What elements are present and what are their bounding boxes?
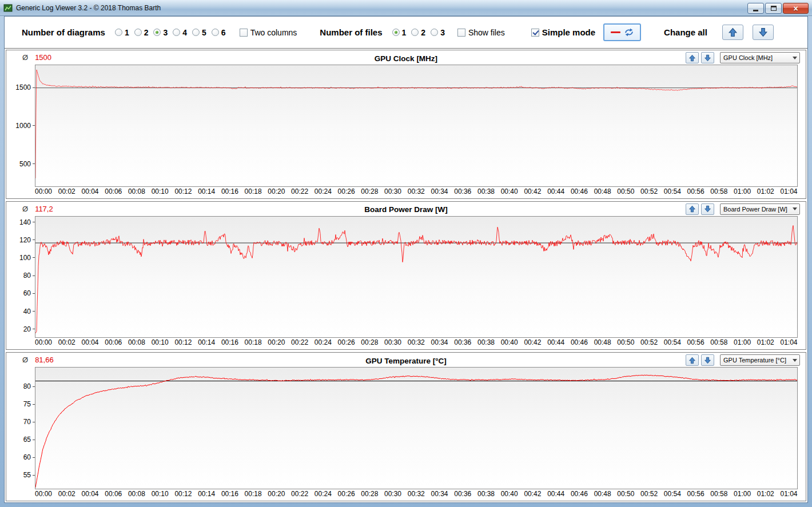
radio-file-count-3[interactable]: 3 [431, 28, 445, 37]
label-number-of-files: Number of files [320, 27, 382, 37]
x-tick-label: 00:30 [384, 490, 401, 501]
window-controls: × [747, 2, 809, 14]
metric-dropdown[interactable]: Board Power Draw [W] [720, 203, 800, 215]
radio-circle-icon [431, 29, 438, 36]
maximize-button[interactable] [765, 3, 782, 14]
x-tick-label: 00:08 [128, 338, 145, 349]
panel-move-up-button[interactable] [686, 203, 699, 215]
average-readout: Ø81,66 [22, 356, 54, 364]
radio-diagram-count-1[interactable]: 1 [115, 28, 129, 37]
checkbox-two-columns[interactable]: Two columns [240, 28, 297, 37]
radio-file-count-2[interactable]: 2 [411, 28, 425, 37]
panel-move-down-button[interactable] [701, 52, 714, 63]
y-tick-label: 55 [23, 471, 35, 479]
up-arrow-icon [688, 54, 696, 62]
chart-canvas [35, 217, 797, 338]
panel-move-up-button[interactable] [686, 354, 699, 366]
window-title: Generic Log Viewer 3.2 - © 2018 Thomas B… [16, 4, 161, 12]
radio-diagram-count-2[interactable]: 2 [134, 28, 149, 37]
down-arrow-icon [704, 357, 711, 364]
panel-move-down-button[interactable] [701, 203, 714, 215]
change-all-up-button[interactable] [722, 25, 743, 40]
radio-diagram-count-6[interactable]: 6 [212, 28, 226, 37]
average-symbol: Ø [22, 205, 28, 213]
change-all-down-button[interactable] [753, 25, 774, 40]
maximize-icon [771, 6, 777, 11]
close-button[interactable]: × [783, 3, 809, 14]
x-axis-labels: 00:0000:0200:0400:0600:0800:1000:1200:14… [35, 338, 798, 349]
x-tick-label: 00:56 [687, 338, 704, 349]
minimize-button[interactable] [747, 3, 764, 14]
x-tick-label: 00:14 [198, 338, 215, 349]
x-tick-label: 00:38 [477, 187, 495, 198]
x-tick-label: 00:26 [338, 187, 355, 198]
chart-row: 556065707580 [9, 367, 798, 489]
x-tick-label: 00:02 [58, 338, 75, 349]
app-window: Generic Log Viewer 3.2 - © 2018 Thomas B… [0, 0, 812, 507]
plot-background [35, 368, 797, 489]
chart-plot[interactable] [35, 65, 798, 187]
x-tick-label: 00:44 [547, 187, 564, 198]
down-arrow-icon [704, 54, 711, 62]
chart-plot[interactable] [35, 216, 798, 338]
y-tick-label: 65 [23, 436, 35, 444]
panel-controls: GPU Clock [MHz] [686, 52, 800, 63]
x-tick-label: 00:18 [245, 187, 262, 198]
x-tick-label: 00:28 [361, 187, 378, 198]
x-tick-label: 00:54 [664, 490, 681, 501]
x-tick-label: 00:48 [594, 338, 611, 349]
metric-dropdown[interactable]: GPU Clock [MHz] [720, 52, 800, 63]
x-tick-label: 00:50 [617, 490, 634, 501]
x-tick-label: 00:14 [198, 490, 215, 501]
radio-diagram-count-3[interactable]: 3 [153, 28, 168, 37]
y-axis: 50010001500 [9, 65, 35, 187]
x-tick-label: 00:10 [152, 187, 169, 198]
x-tick-label: 01:04 [781, 187, 798, 198]
x-tick-label: 00:52 [640, 338, 658, 349]
x-tick-label: 00:14 [198, 187, 215, 198]
metric-dropdown-value: GPU Clock [MHz] [723, 54, 790, 61]
label-change-all: Change all [664, 27, 707, 37]
x-tick-label: 00:16 [221, 490, 238, 501]
up-arrow-icon [728, 27, 738, 37]
x-tick-label: 00:40 [501, 338, 518, 349]
x-tick-label: 00:56 [687, 490, 704, 501]
x-tick-label: 00:30 [384, 338, 401, 349]
x-tick-label: 00:20 [268, 490, 285, 501]
chart-row: 20406080100120140 [9, 216, 798, 338]
up-arrow-icon [688, 357, 696, 364]
x-tick-label: 00:52 [640, 490, 658, 501]
panel-controls: GPU Temperature [°C] [686, 354, 800, 366]
x-tick-label: 00:02 [58, 490, 75, 501]
color-refresh-button[interactable] [603, 23, 641, 41]
radio-diagram-count-4[interactable]: 4 [173, 28, 187, 37]
checkbox-simple-mode[interactable]: Simple mode [531, 27, 595, 37]
x-tick-label: 00:12 [174, 187, 192, 198]
y-tick-label: 60 [23, 453, 35, 461]
radio-file-count-1[interactable]: 1 [392, 28, 407, 37]
plot-background [35, 217, 797, 338]
x-tick-label: 01:02 [757, 338, 774, 349]
x-tick-label: 00:42 [524, 187, 541, 198]
metric-dropdown[interactable]: GPU Temperature [°C] [720, 354, 800, 366]
x-tick-label: 00:04 [81, 490, 98, 501]
x-tick-label: 00:08 [128, 187, 145, 198]
x-tick-label: 01:02 [757, 490, 774, 501]
x-tick-label: 00:00 [35, 490, 52, 501]
x-tick-label: 00:28 [361, 338, 378, 349]
chart-canvas [35, 65, 797, 186]
up-arrow-icon [688, 205, 696, 213]
chart-plot[interactable] [35, 367, 798, 489]
chart-row: 50010001500 [9, 65, 798, 187]
panel-header: Ø1500GPU Clock [MHz]GPU Clock [MHz] [6, 50, 806, 65]
window-body: Number of diagrams 123456 Two columns Nu… [4, 16, 808, 503]
x-tick-label: 01:02 [757, 187, 774, 198]
panel-move-down-button[interactable] [701, 354, 714, 366]
radio-diagram-count-5[interactable]: 5 [192, 28, 206, 37]
x-tick-label: 00:24 [315, 338, 332, 349]
x-tick-label: 00:52 [640, 187, 658, 198]
checkbox-show-files[interactable]: Show files [457, 28, 505, 37]
x-tick-label: 00:18 [245, 490, 262, 501]
y-tick-label: 60 [23, 289, 35, 297]
panel-move-up-button[interactable] [686, 52, 699, 63]
